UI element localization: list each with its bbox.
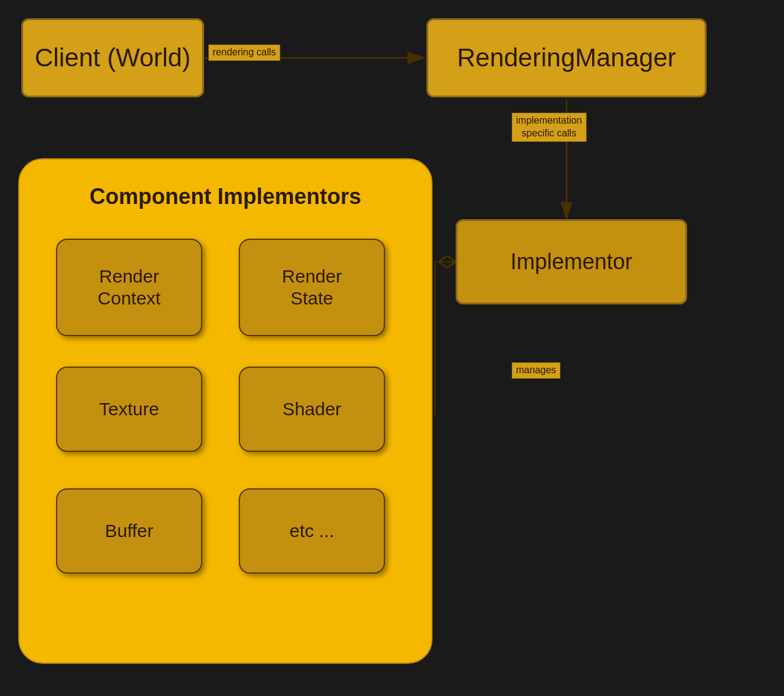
shader-label: Shader bbox=[283, 398, 342, 420]
texture-label: Texture bbox=[99, 398, 159, 420]
buffer-box: Buffer bbox=[56, 488, 202, 574]
diagram-container: Client (World) RenderingManager Implemen… bbox=[0, 0, 784, 696]
render-state-label: RenderState bbox=[282, 265, 342, 309]
etc-label: etc ... bbox=[289, 520, 334, 542]
rendering-manager-box: RenderingManager bbox=[426, 18, 707, 97]
etc-box: etc ... bbox=[239, 488, 385, 574]
rendering-calls-label: rendering calls bbox=[208, 44, 280, 61]
manages-label: manages bbox=[512, 362, 560, 379]
buffer-label: Buffer bbox=[105, 520, 154, 542]
implementor-box: Implementor bbox=[456, 219, 687, 304]
component-group-title: Component Implementors bbox=[90, 184, 361, 209]
client-box: Client (World) bbox=[21, 18, 204, 97]
implementor-label: Implementor bbox=[510, 250, 632, 274]
texture-box: Texture bbox=[56, 367, 202, 452]
arrow-impl-to-components bbox=[434, 262, 456, 414]
rendering-manager-label: RenderingManager bbox=[457, 44, 676, 72]
impl-specific-label: implementation specific calls bbox=[512, 113, 587, 142]
component-implementors-group: Component Implementors RenderContext Ren… bbox=[18, 158, 433, 664]
render-state-box: RenderState bbox=[239, 239, 385, 336]
render-context-label: RenderContext bbox=[97, 265, 160, 309]
client-label: Client (World) bbox=[35, 44, 191, 72]
shader-box: Shader bbox=[239, 367, 385, 452]
render-context-box: RenderContext bbox=[56, 239, 202, 336]
